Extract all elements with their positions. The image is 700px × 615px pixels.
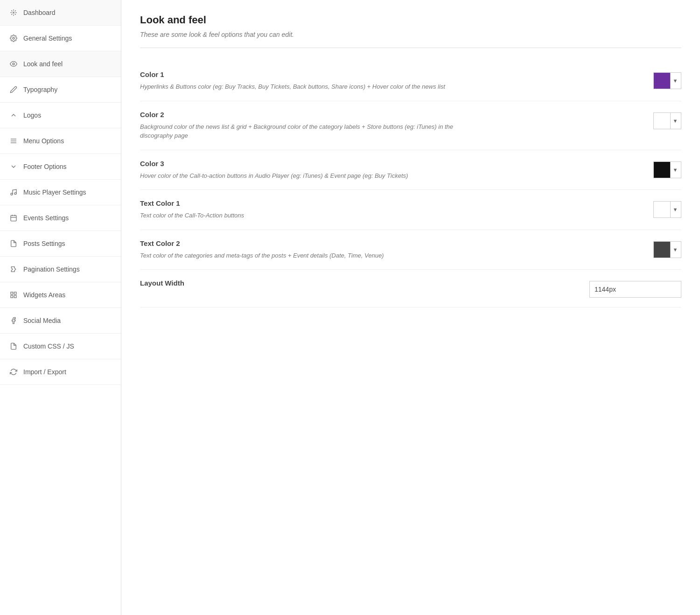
svg-point-0: [13, 12, 14, 14]
svg-rect-8: [11, 216, 16, 221]
setting-title: Text Color 2: [140, 239, 467, 247]
svg-rect-15: [14, 295, 16, 298]
setting-row-layout-width: Layout Width: [140, 270, 681, 308]
pencil-icon: [9, 85, 18, 94]
setting-row-text-color2: Text Color 2Text color of the categories…: [140, 230, 681, 270]
text-input-layout-width[interactable]: [589, 281, 681, 298]
color-picker-color1[interactable]: ▼: [653, 72, 681, 89]
setting-row-color3: Color 3Hover color of the Call-to-action…: [140, 150, 681, 190]
setting-control: ▼: [653, 201, 681, 218]
sidebar-item-label: General Settings: [23, 35, 72, 42]
sidebar-item-label: Menu Options: [23, 137, 64, 145]
sidebar-item-label: Import / Export: [23, 368, 66, 376]
svg-point-1: [13, 37, 14, 39]
svg-point-6: [11, 193, 13, 195]
setting-title: Color 2: [140, 111, 467, 119]
sidebar-item-posts-settings[interactable]: Posts Settings: [0, 231, 121, 257]
sidebar-item-typography[interactable]: Typography: [0, 77, 121, 103]
svg-point-7: [14, 193, 16, 195]
color-dropdown-arrow-icon: ▼: [671, 162, 680, 178]
color-dropdown-arrow-icon: ▼: [671, 73, 680, 89]
sidebar-item-label: Custom CSS / JS: [23, 342, 74, 350]
setting-desc: Hover color of the Call-to-action button…: [140, 171, 467, 181]
color-dropdown-arrow-icon: ▼: [671, 202, 680, 217]
sidebar-item-label: Music Player Settings: [23, 189, 86, 196]
facebook-icon: [9, 316, 18, 325]
sidebar-item-widgets-areas[interactable]: Widgets Areas: [0, 282, 121, 308]
svg-rect-14: [14, 292, 16, 294]
code-file-icon: [9, 342, 18, 350]
calendar-icon: [9, 214, 18, 222]
setting-control: ▼: [653, 72, 681, 89]
color-dropdown-arrow-icon: ▼: [671, 242, 680, 258]
setting-info: Layout Width: [140, 279, 467, 291]
sidebar-item-label: Widgets Areas: [23, 291, 65, 299]
sidebar-item-label: Typography: [23, 86, 57, 93]
color-swatch: [654, 242, 671, 258]
color-picker-color3[interactable]: ▼: [653, 161, 681, 178]
sidebar-item-music-player-settings[interactable]: Music Player Settings: [0, 180, 121, 205]
setting-row-text-color1: Text Color 1Text color of the Call-To-Ac…: [140, 190, 681, 230]
sidebar-item-label: Dashboard: [23, 9, 56, 16]
grid-icon: [9, 291, 18, 299]
setting-desc: Text color of the Call-To-Action buttons: [140, 211, 467, 220]
refresh-icon: [9, 368, 18, 376]
music-icon: [9, 188, 18, 196]
setting-info: Text Color 2Text color of the categories…: [140, 239, 467, 260]
svg-rect-16: [11, 295, 13, 298]
sidebar-item-custom-css-js[interactable]: Custom CSS / JS: [0, 334, 121, 359]
arrows-icon: [9, 265, 18, 273]
setting-row-color1: Color 1Hyperlinks & Buttons color (eg: B…: [140, 61, 681, 101]
setting-control: ▼: [653, 241, 681, 258]
color-picker-text-color1[interactable]: ▼: [653, 201, 681, 218]
sidebar-item-label: Posts Settings: [23, 240, 65, 247]
setting-info: Text Color 1Text color of the Call-To-Ac…: [140, 199, 467, 220]
setting-info: Color 3Hover color of the Call-to-action…: [140, 160, 467, 181]
setting-title: Color 1: [140, 70, 467, 78]
sidebar-item-menu-options[interactable]: Menu Options: [0, 128, 121, 154]
setting-title: Color 3: [140, 160, 467, 168]
color-picker-color2[interactable]: ▼: [653, 112, 681, 129]
color-swatch: [654, 73, 671, 89]
svg-marker-12: [11, 267, 15, 272]
svg-point-2: [13, 63, 14, 65]
color-picker-text-color2[interactable]: ▼: [653, 241, 681, 258]
color-swatch: [654, 202, 671, 217]
svg-rect-13: [11, 292, 13, 294]
setting-title: Text Color 1: [140, 199, 467, 207]
eye-icon: [9, 60, 18, 68]
page-title: Look and feel: [140, 14, 681, 26]
menu-icon: [9, 137, 18, 145]
sidebar-item-general-settings[interactable]: General Settings: [0, 26, 121, 51]
sidebar-item-label: Logos: [23, 112, 41, 119]
setting-row-color2: Color 2Background color of the news list…: [140, 101, 681, 150]
dashboard-icon: [9, 8, 18, 17]
sidebar-item-dashboard[interactable]: Dashboard: [0, 0, 121, 26]
file-icon: [9, 239, 18, 248]
sidebar-item-footer-options[interactable]: Footer Options: [0, 154, 121, 180]
setting-desc: Hyperlinks & Buttons color (eg: Buy Trac…: [140, 82, 467, 91]
sidebar: DashboardGeneral SettingsLook and feelTy…: [0, 0, 121, 615]
sidebar-item-label: Pagination Settings: [23, 266, 80, 273]
sidebar-item-label: Footer Options: [23, 163, 67, 170]
sidebar-item-pagination-settings[interactable]: Pagination Settings: [0, 257, 121, 282]
sidebar-item-import-export[interactable]: Import / Export: [0, 359, 121, 385]
setting-desc: Text color of the categories and meta-ta…: [140, 251, 467, 260]
sidebar-item-label: Look and feel: [23, 60, 63, 68]
sidebar-item-label: Events Settings: [23, 214, 69, 222]
main-content: Look and feel These are some look & feel…: [121, 0, 700, 615]
setting-control: ▼: [653, 161, 681, 178]
sidebar-item-events-settings[interactable]: Events Settings: [0, 205, 121, 231]
sidebar-item-look-and-feel[interactable]: Look and feel: [0, 51, 121, 77]
settings-container: Color 1Hyperlinks & Buttons color (eg: B…: [140, 61, 681, 308]
sidebar-item-social-media[interactable]: Social Media: [0, 308, 121, 334]
setting-control: ▼: [653, 112, 681, 129]
chevron-down-icon: [9, 162, 18, 171]
setting-info: Color 2Background color of the news list…: [140, 111, 467, 140]
page-subtitle: These are some look & feel options that …: [140, 31, 681, 38]
color-swatch: [654, 113, 671, 129]
sidebar-item-logos[interactable]: Logos: [0, 103, 121, 128]
setting-info: Color 1Hyperlinks & Buttons color (eg: B…: [140, 70, 467, 91]
setting-title: Layout Width: [140, 279, 467, 287]
color-dropdown-arrow-icon: ▼: [671, 113, 680, 129]
